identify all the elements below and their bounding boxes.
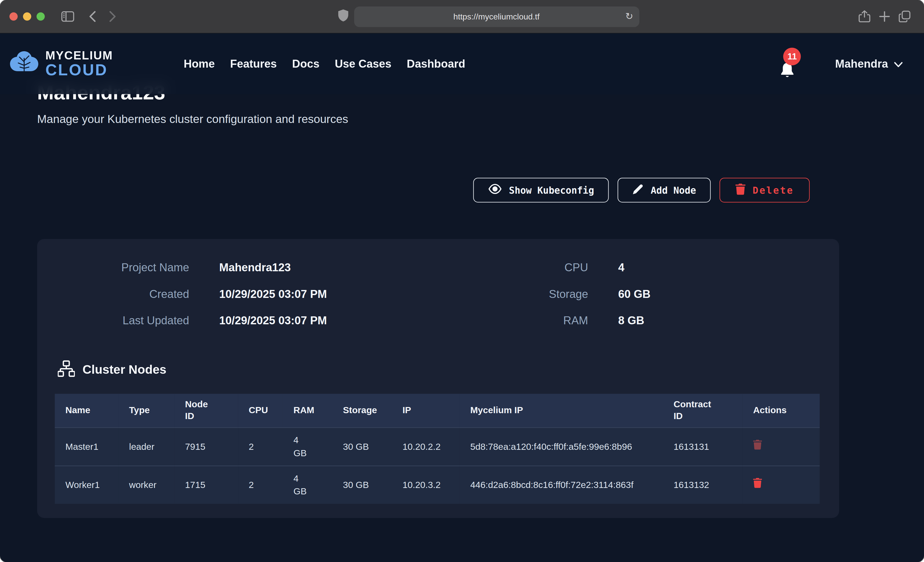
col-ip: IP <box>392 394 460 427</box>
brand-logo[interactable]: MYCELIUM CLOUD <box>9 49 113 78</box>
show-kubeconfig-button[interactable]: Show Kubeconfig <box>473 178 609 203</box>
close-window-button[interactable] <box>9 12 18 21</box>
add-node-button[interactable]: Add Node <box>618 178 711 203</box>
browser-window: https://myceliumcloud.tf ↻ <box>0 0 924 562</box>
add-node-label: Add Node <box>651 184 696 196</box>
cell-node-id: 7915 <box>174 427 238 465</box>
cell-cpu: 2 <box>238 427 283 465</box>
user-menu[interactable]: Mahendra <box>835 57 903 70</box>
cell-node-id: 1715 <box>174 466 238 504</box>
created-value: 10/29/2025 03:07 PM <box>189 281 408 307</box>
new-tab-icon[interactable] <box>874 6 894 26</box>
cluster-info-grid: Project Name Mahendra123 CPU 4 Created 1… <box>37 254 839 334</box>
nav-link-docs[interactable]: Docs <box>292 57 320 70</box>
cloud-logo-icon <box>9 50 39 78</box>
eye-icon <box>488 184 502 197</box>
back-icon[interactable] <box>82 6 103 26</box>
trash-icon <box>735 184 746 197</box>
table-header-row: Name Type Node ID CPU RAM Storage IP Myc… <box>55 394 820 427</box>
cell-type: worker <box>118 466 174 504</box>
project-name-value: Mahendra123 <box>189 254 408 281</box>
col-actions: Actions <box>742 394 820 427</box>
window-controls <box>9 12 45 21</box>
cell-contract-id: 1613131 <box>663 427 742 465</box>
address-bar[interactable]: https://myceliumcloud.tf ↻ <box>354 6 639 27</box>
last-updated-value: 10/29/2025 03:07 PM <box>189 307 408 333</box>
cluster-nodes-table: Name Type Node ID CPU RAM Storage IP Myc… <box>55 394 820 504</box>
ram-label: RAM <box>408 307 588 333</box>
col-mycelium-ip: Mycelium IP <box>460 394 663 427</box>
col-storage: Storage <box>332 394 392 427</box>
cell-type: leader <box>118 427 174 465</box>
browser-chrome: https://myceliumcloud.tf ↻ <box>0 0 924 34</box>
cell-name: Worker1 <box>55 466 118 504</box>
delete-node-button[interactable] <box>753 478 762 488</box>
cell-storage: 30 GB <box>332 427 392 465</box>
cell-mycelium-ip: 5d8:78ea:a120:f40c:ff0f:a5fe:99e6:8b96 <box>460 427 663 465</box>
delete-node-button[interactable] <box>753 439 762 450</box>
cell-storage: 30 GB <box>332 466 392 504</box>
cell-ip: 10.20.3.2 <box>392 466 460 504</box>
fullscreen-window-button[interactable] <box>36 12 45 21</box>
user-name: Mahendra <box>835 57 888 70</box>
ram-value: 8 GB <box>588 307 816 333</box>
cpu-label: CPU <box>408 254 588 281</box>
cluster-detail-main: Mahendra123 Manage your Kubernetes clust… <box>0 34 924 518</box>
cluster-nodes-title: Cluster Nodes <box>82 362 166 377</box>
cell-ram: 4 GB <box>283 427 332 465</box>
cell-actions <box>742 427 820 465</box>
url-text: https://myceliumcloud.tf <box>453 12 540 21</box>
cluster-actions: Show Kubeconfig Add Node <box>0 178 924 203</box>
created-label: Created <box>61 281 189 307</box>
delete-cluster-button[interactable]: Delete <box>720 178 810 203</box>
refresh-icon[interactable]: ↻ <box>625 12 633 21</box>
storage-value: 60 GB <box>588 281 816 307</box>
tab-overview-icon[interactable] <box>894 6 915 26</box>
show-kubeconfig-label: Show Kubeconfig <box>509 184 594 196</box>
col-cpu: CPU <box>238 394 283 427</box>
forward-icon[interactable] <box>103 6 123 26</box>
delete-label: Delete <box>753 184 794 196</box>
nav-link-home[interactable]: Home <box>184 57 214 70</box>
share-icon[interactable] <box>855 6 874 26</box>
notification-count-badge: 11 <box>783 47 801 65</box>
page-content: MYCELIUM CLOUD Home Features Docs Use Ca… <box>0 34 924 562</box>
nav-link-use-cases[interactable]: Use Cases <box>334 57 392 70</box>
cpu-value: 4 <box>588 254 816 281</box>
minimize-window-button[interactable] <box>23 12 31 21</box>
nav-link-dashboard[interactable]: Dashboard <box>407 57 465 70</box>
page-subtitle: Manage your Kubernetes cluster configura… <box>37 112 924 126</box>
col-node-id: Node ID <box>174 394 238 427</box>
network-nodes-icon <box>58 360 75 380</box>
site-navbar: MYCELIUM CLOUD Home Features Docs Use Ca… <box>0 34 924 94</box>
cell-name: Master1 <box>55 427 118 465</box>
cell-cpu: 2 <box>238 466 283 504</box>
col-contract-id: Contract ID <box>663 394 742 427</box>
project-name-label: Project Name <box>61 254 189 281</box>
cluster-nodes-header: Cluster Nodes <box>58 360 839 380</box>
cell-ip: 10.20.2.2 <box>392 427 460 465</box>
col-name: Name <box>55 394 118 427</box>
cell-actions <box>742 466 820 504</box>
table-row: Master1 leader 7915 2 4 GB 30 GB 10.20.2… <box>55 427 820 465</box>
cluster-info-card: Project Name Mahendra123 CPU 4 Created 1… <box>37 239 839 518</box>
cell-contract-id: 1613132 <box>663 466 742 504</box>
last-updated-label: Last Updated <box>61 307 189 333</box>
pencil-icon <box>632 184 644 197</box>
nav-link-features[interactable]: Features <box>230 57 277 70</box>
sidebar-toggle-icon[interactable] <box>58 6 78 26</box>
storage-label: Storage <box>408 281 588 307</box>
cell-ram: 4 GB <box>283 466 332 504</box>
chevron-down-icon <box>894 57 903 70</box>
notifications-button[interactable]: 11 <box>778 47 799 81</box>
cell-mycelium-ip: 446:d2a6:8bcd:8c16:ff0f:72e2:3114:863f <box>460 466 663 504</box>
privacy-shield-icon[interactable] <box>338 9 348 24</box>
col-ram: RAM <box>283 394 332 427</box>
nav-links: Home Features Docs Use Cases Dashboard <box>184 57 465 70</box>
brand-name-top: MYCELIUM <box>45 49 113 61</box>
col-type: Type <box>118 394 174 427</box>
brand-name-bottom: CLOUD <box>45 63 113 78</box>
table-row: Worker1 worker 1715 2 4 GB 30 GB 10.20.3… <box>55 466 820 504</box>
